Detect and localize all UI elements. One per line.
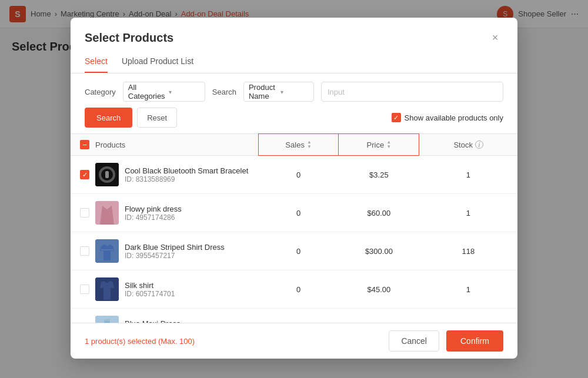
product-image-5 [95, 316, 119, 323]
price-sort-icon: ▲ ▼ [386, 140, 391, 149]
stock-info-icon: i [475, 141, 483, 149]
select-products-modal: Select Products × Select Upload Product … [71, 18, 517, 359]
table-row: Flowy pink dress ID: 4957174286 0 $60.00… [71, 194, 517, 232]
table-row: Dark Blue Striped Shirt Dress ID: 395545… [71, 232, 517, 270]
th-price[interactable]: Price ▲ ▼ [339, 134, 419, 156]
th-products: − Products [71, 134, 258, 156]
filter-row: Category All Categories ▾ Search Product… [71, 73, 517, 102]
products-table-wrap: − Products Sales ▲ ▼ [71, 133, 517, 323]
modal-title: Select Products [85, 31, 173, 45]
price-cell-3: $300.00 [339, 232, 419, 270]
product-id-1: ID: 8313588969 [125, 175, 248, 183]
show-available-label: Show available products only [405, 113, 503, 122]
products-table: − Products Sales ▲ ▼ [71, 133, 517, 323]
header-checkbox[interactable]: − [80, 140, 89, 149]
product-info-3: Dark Blue Striped Shirt Dress ID: 395545… [125, 243, 225, 260]
selected-count: 1 product(s) selected (Max. 100) [85, 337, 195, 346]
show-available-toggle[interactable]: ✓ Show available products only [392, 113, 503, 122]
product-name-2: Flowy pink dress [125, 205, 182, 213]
stock-cell-4: 1 [419, 270, 517, 309]
search-label: Search [212, 88, 236, 96]
modal-header: Select Products × [71, 18, 517, 46]
sales-cell-4: 0 [258, 270, 339, 309]
product-info-2: Flowy pink dress ID: 4957174286 [125, 205, 182, 222]
cancel-button[interactable]: Cancel [389, 330, 439, 352]
product-image-4 [95, 277, 119, 301]
product-cell-5: Blue Maxi Dress ID: 3755724807 [71, 309, 258, 323]
category-select[interactable]: All Categories ▾ [123, 82, 205, 102]
modal-tabs: Select Upload Product List [71, 51, 517, 73]
product-cell-1: ✓ Cool Black Bluetooth Smart Bracelet ID… [71, 156, 258, 194]
close-button[interactable]: × [487, 29, 503, 46]
search-button[interactable]: Search [85, 108, 132, 128]
table-row: Blue Maxi Dress ID: 3755724807 0 $450.00… [71, 309, 517, 323]
sales-cell-3: 0 [258, 232, 339, 270]
product-name-4: Silk shirt [125, 281, 175, 290]
product-info-1: Cool Black Bluetooth Smart Bracelet ID: … [125, 166, 248, 183]
stock-cell-5: 8 [419, 309, 517, 323]
row-checkbox-1[interactable]: ✓ [80, 170, 89, 179]
th-stock: Stock i [419, 134, 517, 156]
tab-select[interactable]: Select [85, 51, 108, 73]
product-id-3: ID: 3955457217 [125, 252, 225, 260]
price-cell-1: $3.25 [339, 156, 419, 194]
sales-cell-2: 0 [258, 194, 339, 232]
product-cell-4: Silk shirt ID: 6057174701 [71, 270, 258, 309]
modal-overlay: Select Products × Select Upload Product … [0, 0, 588, 378]
product-id-4: ID: 6057174701 [125, 290, 175, 298]
table-row: ✓ Cool Black Bluetooth Smart Bracelet ID… [71, 156, 517, 194]
product-info-4: Silk shirt ID: 6057174701 [125, 281, 175, 298]
reset-button[interactable]: Reset [137, 108, 177, 128]
product-image-1 [95, 163, 119, 186]
action-row: Search Reset ✓ Show available products o… [71, 102, 517, 133]
th-sales[interactable]: Sales ▲ ▼ [258, 134, 339, 156]
row-checkbox-3[interactable] [80, 246, 89, 256]
confirm-button[interactable]: Confirm [446, 330, 503, 352]
category-label: Category [85, 88, 116, 96]
sales-sort-icon: ▲ ▼ [307, 140, 312, 149]
stock-cell-3: 118 [419, 232, 517, 270]
stock-cell-1: 1 [419, 156, 517, 194]
product-name-3: Dark Blue Striped Shirt Dress [125, 243, 225, 252]
svg-rect-8 [105, 319, 109, 322]
sales-cell-5: 0 [258, 309, 339, 323]
modal-footer: 1 product(s) selected (Max. 100) Cancel … [71, 323, 517, 359]
product-image-2 [95, 201, 119, 225]
table-row: Silk shirt ID: 6057174701 0 $45.00 1 [71, 270, 517, 309]
show-available-checkbox[interactable]: ✓ [392, 113, 401, 122]
svg-rect-2 [105, 171, 109, 178]
product-name-1: Cool Black Bluetooth Smart Bracelet [125, 166, 248, 175]
tab-upload[interactable]: Upload Product List [122, 51, 193, 73]
search-type-select[interactable]: Product Name ▾ [243, 82, 314, 102]
row-checkbox-4[interactable] [80, 285, 89, 294]
price-cell-4: $45.00 [339, 270, 419, 309]
price-cell-2: $60.00 [339, 194, 419, 232]
search-input[interactable] [321, 82, 503, 102]
product-image-3 [95, 239, 119, 263]
product-id-2: ID: 4957174286 [125, 213, 182, 222]
stock-cell-2: 1 [419, 194, 517, 232]
row-checkbox-2[interactable] [80, 208, 89, 218]
sales-cell-1: 0 [258, 156, 339, 194]
product-cell-3: Dark Blue Striped Shirt Dress ID: 395545… [71, 232, 258, 270]
price-cell-5: $450.00 [339, 309, 419, 323]
action-buttons: Search Reset [85, 108, 177, 128]
product-cell-2: Flowy pink dress ID: 4957174286 [71, 194, 258, 232]
